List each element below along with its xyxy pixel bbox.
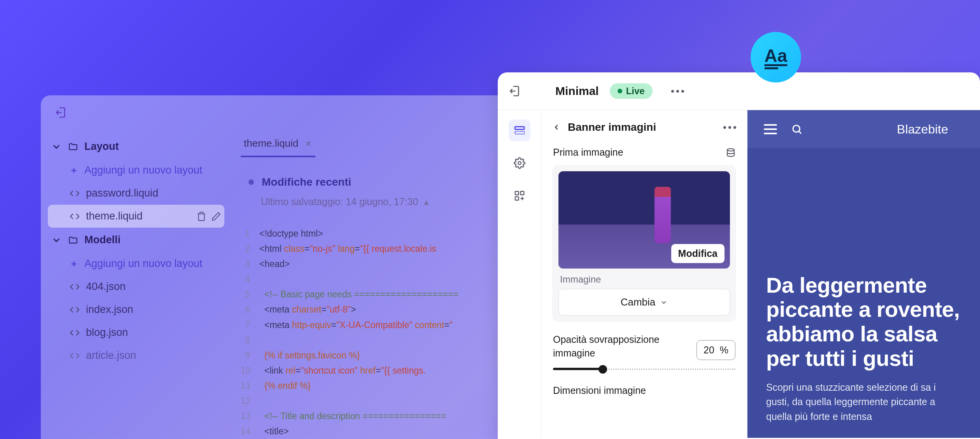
file-theme-liquid[interactable]: theme.liquid [48,205,224,228]
modify-image-button[interactable]: Modifica [671,244,724,263]
close-tab-icon[interactable] [304,140,312,148]
code-icon [70,282,80,292]
tool-rail [498,110,541,438]
code-editor-window: Layout Aggiungi un nuovo layout password… [41,95,531,439]
trash-icon[interactable] [196,211,206,221]
slider-thumb[interactable] [598,365,607,374]
exit-theme-icon[interactable] [509,85,521,97]
editor-topbar [41,95,531,130]
code-line-14: <title> [259,424,289,439]
code-line-5: <!-- Basic page needs ==================… [259,287,458,302]
file-blog-json[interactable]: blog.json [48,321,224,344]
brand-name: Blazebite [897,122,948,137]
file-label: password.liquid [86,187,158,199]
folder-icon [68,235,78,245]
opacity-value-input[interactable]: 20 % [696,340,735,360]
code-line-2: <html class="no-js" lang="{{ request.loc… [259,241,436,256]
pencil-icon[interactable] [211,211,221,221]
change-label: Cambia [621,296,656,308]
folder-models-label: Modelli [84,234,121,246]
typography-badge[interactable]: Aa [751,32,801,83]
code-line-13: <!-- Title and description =============… [259,409,446,424]
rail-settings-button[interactable] [509,152,530,174]
database-icon[interactable] [726,148,735,157]
hamburger-menu-icon[interactable] [764,124,777,134]
opacity-slider[interactable] [553,368,735,371]
add-layout-label: Aggiungi un nuovo layout [84,164,202,176]
rail-apps-button[interactable] [509,185,530,207]
change-image-button[interactable]: Cambia [558,289,730,316]
gear-icon [514,157,525,169]
code-line-7: <meta http-equiv="X-UA-Compatible" conte… [259,318,453,333]
search-icon[interactable] [791,123,803,135]
svg-rect-5 [515,197,518,200]
add-layout-button[interactable]: Aggiungi un nuovo layout [48,159,224,182]
file-label: blog.json [86,327,128,339]
file-password-liquid[interactable]: password.liquid [48,182,224,205]
image-card: Modifica Immagine Cambia [552,165,736,322]
unsaved-dot-icon [248,179,254,185]
code-line-10: <link rel="shortcut icon" href="{{ setti… [259,363,426,378]
hero-title: Da leggermente piccante a rovente, abbia… [766,273,961,371]
product-graphic [654,187,671,243]
code-line-8 [259,333,262,348]
chevron-down-icon [660,299,668,306]
chevron-down-icon [51,141,62,152]
code-line-3: <head> [259,256,290,272]
file-label: article.json [86,349,136,362]
folder-icon [68,142,78,152]
live-dot-icon [618,89,622,93]
code-line-11: {% endif %} [259,378,311,393]
svg-point-6 [727,149,734,151]
code-icon [70,305,80,315]
theme-more-menu[interactable] [671,90,684,93]
image-preview: Modifica [558,171,730,269]
exit-editor-icon[interactable] [55,106,67,119]
recent-changes: Modifiche recenti Ultimo salvataggio: 14… [241,168,522,217]
folder-layout[interactable]: Layout [48,134,224,159]
file-index-json[interactable]: index.json [48,298,224,321]
svg-point-7 [793,125,800,132]
code-icon [70,188,80,198]
back-chevron-icon[interactable] [552,123,561,132]
settings-panel: Banner immagini Prima immagine Modifica … [541,110,747,438]
code-line-6: <meta charset="utf-8"> [259,302,356,317]
rail-sections-button[interactable] [509,119,530,141]
code-line-1: <!doctype html> [259,226,323,241]
opacity-label: Opacità sovrapposizione immagine [553,333,689,360]
aa-icon: Aa [765,45,788,69]
theme-editor-window: Minimal Live Banner immagini [498,72,980,439]
plus-icon [70,166,78,175]
chevron-down-icon [51,235,62,246]
code-line-12 [259,393,262,409]
add-model-layout-button[interactable]: Aggiungi un nuovo layout [48,252,224,275]
panel-more-menu[interactable] [723,126,736,129]
code-area: theme.liquid Modifiche recenti Ultimo sa… [231,130,531,439]
dimensions-label: Dimensioni immagine [552,382,736,399]
last-saved[interactable]: Ultimo salvataggio: 14 giugno, 17:30 ▴ [241,191,522,212]
panel-title: Banner immagini [568,121,716,133]
theme-header: Minimal Live [498,72,980,110]
folder-layout-label: Layout [84,140,119,153]
live-label: Live [626,86,645,97]
image-sublabel: Immagine [558,269,730,289]
first-image-label: Prima immagine [553,147,623,158]
preview-topbar: Blazebite [747,110,980,148]
folder-models[interactable]: Modelli [48,228,224,252]
svg-rect-3 [515,191,518,195]
live-status-badge: Live [610,83,653,99]
svg-rect-4 [520,191,524,195]
hero-section: Da leggermente piccante a rovente, abbia… [747,273,980,424]
file-label: index.json [86,304,133,316]
file-article-json[interactable]: article.json [48,344,224,367]
file-404-json[interactable]: 404.json [48,275,224,298]
code-icon [70,328,80,338]
apps-icon [514,190,525,202]
tab-label: theme.liquid [244,137,298,149]
plus-icon [70,260,78,268]
code-lines[interactable]: 1<!doctype html> 2<html class="no-js" la… [241,226,522,439]
svg-rect-0 [515,127,524,130]
code-line-9: {% if settings.favicon %} [259,348,360,363]
tab-theme-liquid[interactable]: theme.liquid [241,130,315,157]
file-label: 404.json [86,281,126,293]
